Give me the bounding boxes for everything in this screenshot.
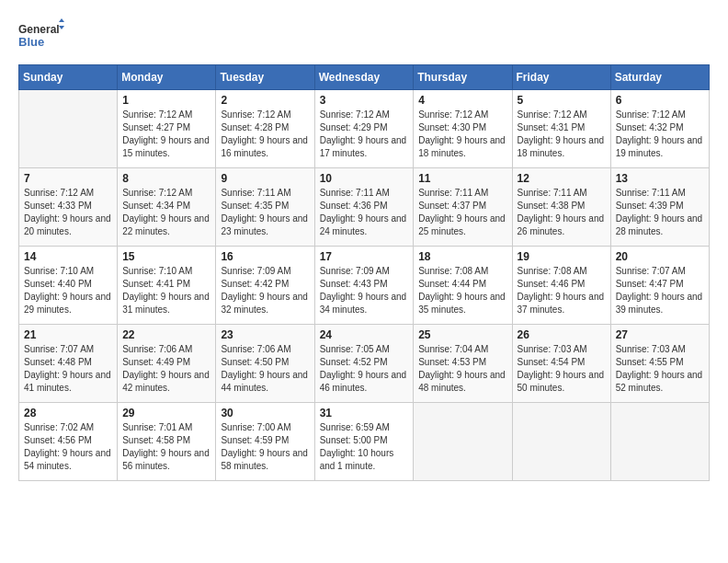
sunrise-time: Sunrise: 7:12 AM [616,109,686,120]
day-number: 26 [518,328,606,341]
day-number: 30 [221,407,309,419]
day-number: 22 [122,328,210,341]
day-info: Sunrise: 7:12 AM Sunset: 4:30 PM Dayligh… [418,109,506,160]
daylight-hours: Daylight: 9 hours and 23 minutes. [221,213,308,236]
daylight-hours: Daylight: 9 hours and 42 minutes. [122,370,210,393]
daylight-hours: Daylight: 9 hours and 18 minutes. [518,135,605,158]
sunset-time: Sunset: 4:49 PM [122,357,190,367]
sunrise-time: Sunrise: 7:12 AM [122,188,192,198]
day-info: Sunrise: 7:12 AM Sunset: 4:27 PM Dayligh… [122,109,210,160]
sunset-time: Sunset: 4:55 PM [616,357,684,367]
calendar-cell: 7 Sunrise: 7:12 AM Sunset: 4:33 PM Dayli… [19,168,118,247]
calendar-cell: 6 Sunrise: 7:12 AM Sunset: 4:32 PM Dayli… [610,90,709,168]
day-number: 27 [616,328,704,341]
day-info: Sunrise: 7:02 AM Sunset: 4:56 PM Dayligh… [24,421,112,473]
day-info: Sunrise: 7:08 AM Sunset: 4:44 PM Dayligh… [418,265,506,316]
day-info: Sunrise: 7:11 AM Sunset: 4:36 PM Dayligh… [320,187,409,238]
calendar-header-row: SundayMondayTuesdayWednesdayThursdayFrid… [19,65,710,90]
day-number: 4 [418,94,506,107]
sunrise-time: Sunrise: 7:09 AM [320,266,390,276]
sunrise-time: Sunrise: 7:12 AM [418,109,488,120]
sunset-time: Sunset: 4:54 PM [518,357,586,367]
sunrise-time: Sunrise: 7:06 AM [221,344,290,354]
calendar-cell: 3 Sunrise: 7:12 AM Sunset: 4:29 PM Dayli… [314,90,414,168]
day-number: 1 [122,94,210,107]
sunrise-time: Sunrise: 7:05 AM [320,344,390,354]
daylight-hours: Daylight: 9 hours and 50 minutes. [518,370,605,393]
calendar-cell: 29 Sunrise: 7:01 AM Sunset: 4:58 PM Dayl… [118,403,216,481]
day-number: 29 [122,407,210,419]
day-number: 16 [221,250,309,263]
day-info: Sunrise: 7:08 AM Sunset: 4:46 PM Dayligh… [518,265,606,316]
sunset-time: Sunset: 4:59 PM [221,435,289,445]
daylight-hours: Daylight: 9 hours and 34 minutes. [320,292,407,315]
calendar-cell: 16 Sunrise: 7:09 AM Sunset: 4:42 PM Dayl… [216,247,314,325]
day-info: Sunrise: 7:06 AM Sunset: 4:49 PM Dayligh… [122,343,210,395]
day-info: Sunrise: 7:10 AM Sunset: 4:40 PM Dayligh… [24,265,112,316]
sunset-time: Sunset: 4:46 PM [518,279,586,289]
weekday-header-monday: Monday [118,65,216,90]
weekday-header-saturday: Saturday [610,65,709,90]
day-info: Sunrise: 7:09 AM Sunset: 4:42 PM Dayligh… [221,265,309,316]
daylight-hours: Daylight: 9 hours and 20 minutes. [24,213,111,236]
sunrise-time: Sunrise: 7:01 AM [122,422,192,432]
sunset-time: Sunset: 4:48 PM [24,357,92,367]
day-info: Sunrise: 7:07 AM Sunset: 4:47 PM Dayligh… [616,265,704,316]
day-number: 17 [320,250,409,263]
daylight-hours: Daylight: 9 hours and 15 minutes. [122,135,210,158]
sunset-time: Sunset: 4:40 PM [24,279,92,289]
calendar-cell: 30 Sunrise: 7:00 AM Sunset: 4:59 PM Dayl… [216,403,314,481]
daylight-hours: Daylight: 9 hours and 37 minutes. [518,292,605,315]
day-number: 23 [221,328,309,341]
sunset-time: Sunset: 4:56 PM [24,435,92,445]
day-number: 3 [320,94,409,107]
sunrise-time: Sunrise: 7:00 AM [221,422,290,432]
calendar-cell: 2 Sunrise: 7:12 AM Sunset: 4:28 PM Dayli… [216,90,314,168]
sunset-time: Sunset: 4:52 PM [320,357,388,367]
daylight-hours: Daylight: 9 hours and 56 minutes. [122,448,210,471]
day-info: Sunrise: 7:11 AM Sunset: 4:35 PM Dayligh… [221,187,309,238]
day-info: Sunrise: 7:12 AM Sunset: 4:31 PM Dayligh… [518,109,606,160]
daylight-hours: Daylight: 9 hours and 26 minutes. [518,213,605,236]
day-number: 19 [518,250,606,263]
sunset-time: Sunset: 4:34 PM [122,201,190,211]
day-info: Sunrise: 7:03 AM Sunset: 4:54 PM Dayligh… [518,343,606,395]
sunset-time: Sunset: 4:41 PM [122,279,190,289]
day-number: 28 [24,407,112,419]
calendar-cell: 27 Sunrise: 7:03 AM Sunset: 4:55 PM Dayl… [610,325,709,403]
daylight-hours: Daylight: 9 hours and 46 minutes. [320,370,407,393]
calendar-cell: 21 Sunrise: 7:07 AM Sunset: 4:48 PM Dayl… [19,325,118,403]
day-number: 5 [518,94,606,107]
weekday-header-friday: Friday [512,65,610,90]
svg-marker-2 [59,18,64,22]
daylight-hours: Daylight: 9 hours and 19 minutes. [616,135,703,158]
daylight-hours: Daylight: 10 hours and 1 minute. [320,448,394,471]
sunset-time: Sunset: 4:28 PM [221,122,289,132]
calendar-table: SundayMondayTuesdayWednesdayThursdayFrid… [18,64,710,481]
day-info: Sunrise: 7:12 AM Sunset: 4:29 PM Dayligh… [320,109,409,160]
calendar-cell: 25 Sunrise: 7:04 AM Sunset: 4:53 PM Dayl… [414,325,512,403]
weekday-header-sunday: Sunday [19,65,118,90]
daylight-hours: Daylight: 9 hours and 28 minutes. [616,213,703,236]
sunrise-time: Sunrise: 7:12 AM [221,109,290,120]
day-info: Sunrise: 7:01 AM Sunset: 4:58 PM Dayligh… [122,421,210,473]
day-info: Sunrise: 7:07 AM Sunset: 4:48 PM Dayligh… [24,343,112,395]
sunrise-time: Sunrise: 7:08 AM [518,266,587,276]
daylight-hours: Daylight: 9 hours and 24 minutes. [320,213,407,236]
day-info: Sunrise: 7:11 AM Sunset: 4:38 PM Dayligh… [518,187,606,238]
calendar-week-row: 1 Sunrise: 7:12 AM Sunset: 4:27 PM Dayli… [19,90,710,168]
calendar-cell: 24 Sunrise: 7:05 AM Sunset: 4:52 PM Dayl… [314,325,414,403]
day-number: 20 [616,250,704,263]
sunrise-time: Sunrise: 7:10 AM [24,266,94,276]
calendar-cell: 15 Sunrise: 7:10 AM Sunset: 4:41 PM Dayl… [118,247,216,325]
sunrise-time: Sunrise: 7:11 AM [221,188,290,198]
sunset-time: Sunset: 5:00 PM [320,435,388,445]
calendar-week-row: 7 Sunrise: 7:12 AM Sunset: 4:33 PM Dayli… [19,168,710,247]
day-number: 7 [24,172,112,185]
calendar-cell: 8 Sunrise: 7:12 AM Sunset: 4:34 PM Dayli… [118,168,216,247]
sunrise-time: Sunrise: 7:10 AM [122,266,192,276]
calendar-cell: 5 Sunrise: 7:12 AM Sunset: 4:31 PM Dayli… [512,90,610,168]
day-info: Sunrise: 7:00 AM Sunset: 4:59 PM Dayligh… [221,421,309,473]
sunrise-time: Sunrise: 7:12 AM [24,188,94,198]
day-info: Sunrise: 7:11 AM Sunset: 4:39 PM Dayligh… [616,187,704,238]
